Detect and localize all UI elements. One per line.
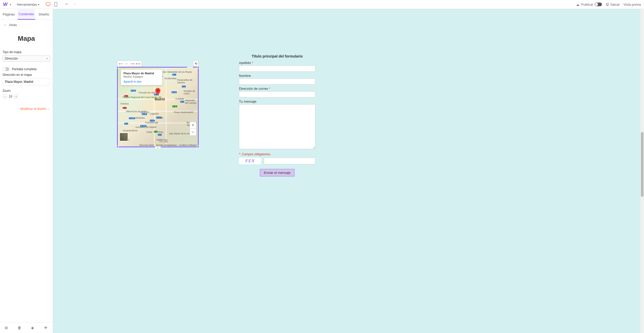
map-type-select[interactable]: Dirección ▾ [3,55,50,62]
layers-icon[interactable]: ◈ [31,326,34,330]
email-input[interactable] [239,91,315,98]
svg-rect-1 [47,6,49,6]
align-right-button[interactable]: ⟶ [130,61,135,66]
map-zoom-in-button[interactable]: + [190,122,196,129]
chevron-down-icon: ▾ [38,3,39,6]
modify-design-link[interactable]: Modificar el diseño → [0,102,53,115]
road-badge: A-3 [180,101,184,103]
save-icon: 🖫 [606,3,609,6]
road-badge: A-5 [123,107,127,109]
redo-button[interactable]: ↷ [73,2,76,7]
alignment-toolbar: ⟵ ↔ ⟶ ⟷ [117,61,142,67]
form-title: Título principal del formulario [239,54,315,58]
device-toggle [45,2,59,7]
info-subtitle: Madrid, Espagne [123,75,160,78]
tools-menu[interactable]: Herramientas ▾ [17,3,39,6]
mobile-view-button[interactable] [53,2,59,7]
address-input[interactable] [3,78,50,85]
map-type-label: Tipo de mapa [3,50,50,54]
height-handle[interactable]: ≡ [155,147,161,149]
back-button[interactable]: ← Atrás [0,20,53,30]
city-label: Humanes de Madrid [135,126,156,128]
align-left-button[interactable]: ⟵ [118,61,123,66]
sidebar-tabs: Páginas Contenido Diseño [0,9,53,20]
publish-button[interactable]: ☁ Publicar [576,3,602,6]
save-button[interactable]: 🖫 Salvar [606,3,620,6]
city-label: Paracuellos de Jarama [177,79,198,84]
cloud-upload-icon: ☁ [576,3,579,6]
google-logo: Google [159,140,168,143]
svg-rect-2 [55,2,57,6]
publish-label: Publicar [581,3,593,6]
chevron-down-icon[interactable]: ▾ [10,3,11,6]
road-badge: E-90 [172,105,177,107]
message-label: Tu mensaje [239,100,315,103]
zoom-stepper: − 10 + [3,94,50,99]
align-stretch-button[interactable]: ⟷ [135,61,141,66]
contact-form: Título principal del formulario Apellido… [239,54,315,176]
submit-button[interactable]: Enviar el mensaje [260,169,294,176]
map-zoom-out-button[interactable]: − [190,129,196,135]
satellite-toggle[interactable] [119,133,128,141]
publish-toggle[interactable] [595,3,602,6]
road-badge: M-40 [172,91,177,93]
refresh-button[interactable]: ⟲ [193,61,199,66]
tab-pages[interactable]: Páginas [0,9,18,20]
city-label: Pinto [158,131,163,133]
city-label: Parla [147,131,152,133]
surname-input[interactable] [239,66,315,72]
map-info-window: Plaza Mayor de Madrid Madrid, Espagne Ag… [121,70,162,85]
history-controls: ↶ ↷ [65,2,76,7]
road-badge: E-5 [154,131,158,133]
save-label: Salvar [610,3,620,6]
sidebar: Páginas Contenido Diseño ← Atrás Mapa Ti… [0,9,53,333]
road-badge: A-1 [172,74,176,76]
city-label: San Sebastián de los Reyes [163,71,192,73]
city-label: Alcorcón [140,111,149,113]
refresh-icon: ⟲ [195,62,197,66]
terms-link[interactable]: Conditions d'utilisation [179,144,197,146]
desktop-view-button[interactable] [45,2,51,7]
app-logo[interactable]: W [3,2,8,7]
city-label: Fuenlabrada [145,121,158,124]
tab-design[interactable]: Diseño [35,9,53,20]
arrow-left-icon: ← [4,23,7,27]
captcha-input[interactable] [264,158,315,164]
city-label: Alcobendas [164,77,176,80]
svg-point-3 [157,90,159,92]
road-badge: M-501 [129,117,135,119]
eye-icon[interactable]: 👁 [44,326,48,330]
name-input[interactable] [239,78,315,85]
map-data-link[interactable]: Données cartographiques [156,144,177,146]
road-badge: M-50 [131,90,136,92]
city-label: Coslada [175,98,184,100]
canvas[interactable]: ⟵ ↔ ⟶ ⟷ ⟲ ••• ≡ [53,9,644,333]
map-widget[interactable]: ⟵ ↔ ⟶ ⟷ ⟲ ••• ≡ [117,61,200,147]
message-textarea[interactable] [239,104,315,149]
duplicate-icon[interactable]: ⧉ [5,326,8,330]
scrollbar-thumb[interactable] [641,132,643,197]
zoom-decrease-button[interactable]: − [3,94,7,99]
trash-icon[interactable]: 🗑 [18,326,21,330]
surname-label: Apellido * [239,61,315,65]
info-title: Plaza Mayor de Madrid [123,72,160,75]
fullscreen-toggle[interactable] [3,67,9,71]
scrollbar[interactable] [640,9,644,333]
shortcuts-link[interactable]: Raccourcis clavier [139,144,154,146]
zoom-increase-button[interactable]: + [14,94,18,99]
map-frame[interactable]: ••• ≡ M-607 M-40 M-50 M-40 M-30 A-2 A-3 … [117,67,199,147]
map-zoom-controls: + − [190,122,196,136]
fullscreen-toggle-row: Pantalla completa [0,65,53,73]
undo-button[interactable]: ↶ [65,2,68,7]
tab-content[interactable]: Contenido [18,9,35,20]
map-pin-icon [155,88,160,96]
address-label: Dirección en el mapa [3,73,50,77]
preview-button[interactable]: Vista previa [623,3,641,6]
city-label: Mejorada del Campo [185,99,198,104]
align-center-button[interactable]: ↔ [124,61,129,66]
required-note: *: Campos obligatorios. [239,152,315,156]
city-label: Arroyomolinos [123,129,138,132]
city-label: Móstoles [135,117,145,119]
enlarge-map-link[interactable]: Agrandir le plan [123,80,160,83]
city-label: Rivas-Vaciamadrid [174,111,193,113]
